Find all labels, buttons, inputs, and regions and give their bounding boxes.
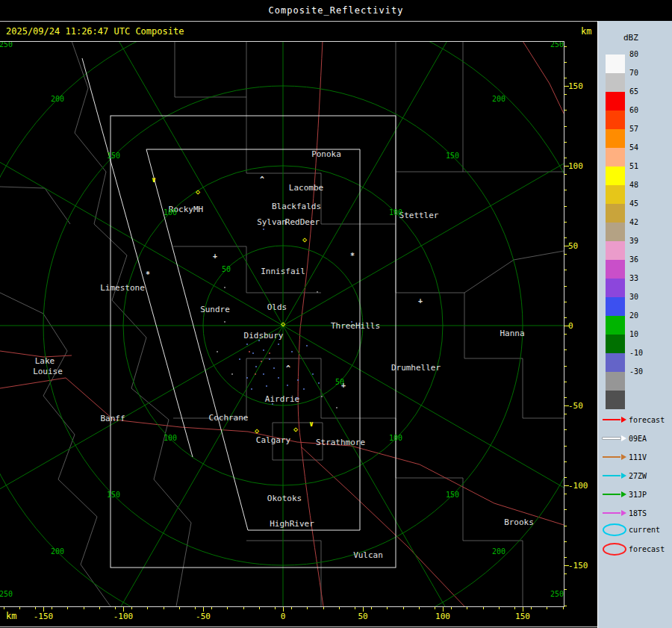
legend-label: current (629, 526, 660, 534)
legend-panel: dBZ 80706560575451484542393633302010-10-… (597, 21, 672, 628)
map-bottom-border (0, 606, 564, 607)
legend-label: 09EA (629, 435, 647, 443)
legend-arrowhead-icon (621, 454, 626, 460)
legend-arrow-row: 31JP (603, 488, 647, 501)
legend-label: 31JP (629, 491, 647, 499)
legend-arrow-row: 09EA (603, 432, 647, 445)
legend-arrow-icon (603, 456, 620, 458)
legend-arrow-row: 27ZW (603, 469, 647, 482)
legend-items: forecast09EA111V27ZW31JP18TScurrentforec… (598, 21, 672, 628)
legend-arrow-icon (603, 494, 620, 495)
range-rings (0, 0, 672, 628)
legend-arrow-icon (603, 475, 620, 476)
unit-label-km-bottom: km (6, 611, 16, 621)
legend-arrow-row: forecast (603, 413, 665, 426)
legend-arrowhead-icon (621, 435, 626, 441)
legend-arrow-icon (603, 419, 620, 420)
legend-ellipse-row: current (603, 523, 660, 536)
legend-arrow-row: 18TS (603, 506, 647, 520)
legend-label: forecast (629, 545, 665, 553)
legend-label: 111V (629, 453, 647, 461)
radar-map-canvas[interactable] (0, 0, 672, 628)
legend-arrow-row: 111V (603, 450, 647, 464)
legend-arrow-icon (603, 512, 620, 514)
legend-arrow-icon (603, 438, 620, 439)
legend-arrowhead-icon (621, 473, 626, 479)
legend-ellipse-icon (603, 523, 626, 536)
legend-ellipse-row: forecast (603, 542, 665, 556)
window-bottom-border (0, 627, 597, 627)
map-right-border (564, 41, 564, 607)
legend-arrowhead-icon (621, 491, 626, 497)
legend-ellipse-icon (603, 543, 626, 556)
map-top-border (0, 41, 564, 42)
legend-arrowhead-icon (621, 417, 626, 423)
legend-label: forecast (629, 416, 665, 424)
legend-label: 27ZW (629, 472, 647, 480)
legend-label: 18TS (629, 509, 647, 517)
legend-arrowhead-icon (621, 510, 626, 516)
